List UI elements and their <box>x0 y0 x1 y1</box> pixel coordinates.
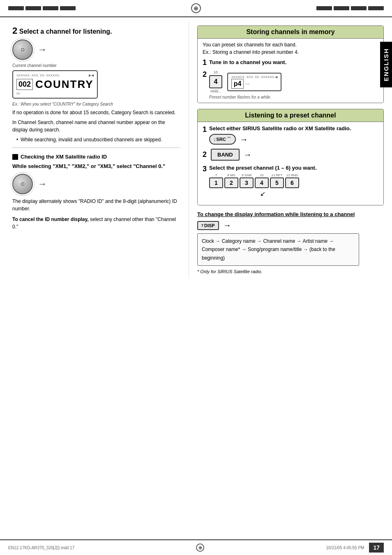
knob-dashed2 <box>11 172 35 196</box>
preset-btn-5-top: 11 RPT <box>271 173 282 177</box>
preset-btn-2-num[interactable]: 2 <box>224 177 238 188</box>
xm-heading: Checking the XM Satellite radio ID <box>12 154 180 160</box>
src-bracket: ⌒ <box>227 136 231 142</box>
arrow-right-icon2: → <box>38 179 47 189</box>
xm-bold2: To cancel the ID number display, <box>12 216 89 222</box>
knob-diagram2: → <box>12 174 180 194</box>
left-blocks <box>8 6 76 10</box>
strip-block <box>8 6 24 10</box>
preset-btn-6-num[interactable]: 6 <box>285 177 299 188</box>
strip-block <box>25 6 41 10</box>
preset-display-top: XXXXXX. XXX. XX. XXXXXX. ◀ <box>231 75 277 79</box>
info2: In Channel Search, channel name and chan… <box>12 119 180 134</box>
storing-section: Storing channels in memory You can prese… <box>197 25 384 103</box>
disp-arrow-icon: → <box>223 221 231 230</box>
src-colon: : <box>214 137 215 142</box>
preset-display-icon: ◀ <box>275 75 277 79</box>
preset-btn-2-top: 8 MO <box>227 173 235 177</box>
listening-step2-num: 2 <box>203 150 207 159</box>
preset-buttons-arrow: ↙ <box>209 190 317 198</box>
black-square-icon <box>12 154 18 160</box>
storing-content: You can preset six channels for each ban… <box>198 39 383 103</box>
strip-block <box>316 6 332 10</box>
display-bottom-text: //// <box>16 92 20 95</box>
preset-btn-4-num[interactable]: 4 <box>255 177 269 188</box>
step2-number: 2 <box>12 25 17 36</box>
disp-button[interactable]: 7 DISP <box>197 221 219 230</box>
xm-bold-text: While selecting "XM1," "XM2," or "XM3," … <box>12 162 180 170</box>
listening-step3-num: 3 <box>203 165 207 173</box>
bullet1: • While searching, invalid and unsubscri… <box>16 136 180 143</box>
channel-name-display: COUNTRY <box>35 78 94 91</box>
display-sequence-box: Clock → Category name → Channel name → A… <box>197 233 359 266</box>
listening-content: 1 Select either SIRIUS Satellite radio o… <box>198 122 383 205</box>
listening-step2-row: 2 BAND → <box>203 149 378 161</box>
src-button[interactable]: : SRC ⌒ <box>209 134 236 145</box>
display-unit: XXXXXX. XXX. XX. XXXXXX. ▶◀ 002 COUNTRY … <box>12 70 98 99</box>
preset-dashes: –– <box>245 81 250 86</box>
preset-display-freq: XXXXXX. XXX. XX. XXXXXX. <box>231 75 275 79</box>
channel-number-display: 002 <box>16 79 33 90</box>
listening-step3-content: Select the preset channel (1 – 6) you wa… <box>209 165 317 198</box>
listening-step3-row: 3 Select the preset channel (1 – 6) you … <box>203 165 378 198</box>
preset-btn-1[interactable]: 7 1 <box>209 173 223 188</box>
storing-controls: 10 4 Hold... XXXXXX. XXX. XX. XXXXXX. ◀ <box>209 70 281 93</box>
storing-step2-num: 2 <box>203 70 207 79</box>
xm-info1: The display alternately shows "RADIO ID"… <box>12 198 180 212</box>
storing-step2-row: 2 10 4 Hold... XXX <box>203 70 378 99</box>
preset-display-main: p4 –– <box>231 79 277 89</box>
listening-step1-row: 1 Select either SIRIUS Satellite radio o… <box>203 125 378 145</box>
src-arrow-icon: → <box>240 135 248 144</box>
arrow-right-icon: → <box>38 44 47 55</box>
preset-btn-2[interactable]: 8 MO 2 <box>224 173 238 188</box>
preset-btn-6[interactable]: 12 RND 6 <box>285 173 299 188</box>
preset-btn-4[interactable]: 10 4 <box>255 173 269 188</box>
hold-label: Hold... <box>210 89 221 93</box>
display-sequence-text: Clock → Category name → Channel name → A… <box>202 237 355 262</box>
strip-block <box>351 6 367 10</box>
src-label: SRC <box>216 137 226 142</box>
bullet-dot: • <box>16 136 18 143</box>
info1: If no operation is done for about 15 sec… <box>12 109 180 116</box>
bottom-circle: ⊕ <box>74 543 326 552</box>
disp-num: 7 <box>201 223 203 228</box>
preset-display: XXXXXX. XXX. XX. XXXXXX. ◀ p4 –– <box>227 73 281 91</box>
preset-btn-1-num[interactable]: 1 <box>209 177 223 188</box>
storing-step1-text: Tune in to a channel you want. <box>209 58 286 65</box>
date-info: 10/21/05 4:45:55 PM <box>326 546 364 550</box>
display-freq-info: XXXXXX. XXX. XX. XXXXXX. <box>16 74 60 77</box>
step2-label: Select a channel for listening. <box>19 28 112 35</box>
src-row: : SRC ⌒ → <box>209 134 351 145</box>
preset-btn-5[interactable]: 11 RPT 5 <box>270 173 284 188</box>
left-column: 2 Select a channel for listening. → Curr… <box>0 21 189 278</box>
preset-btn-3-num[interactable]: 3 <box>240 177 254 188</box>
preset-btn-1-top: 7 <box>215 173 217 177</box>
bottom-crosshair-icon: ⊕ <box>196 543 204 552</box>
num4-button: 4 <box>209 75 222 88</box>
preset-flashes-note: Preset number flashes for a while. <box>209 95 281 99</box>
knob-device <box>12 39 33 60</box>
preset-btn-5-num[interactable]: 5 <box>270 177 284 188</box>
preset-btn-4-top: 10 <box>260 173 264 177</box>
strip-block <box>334 6 349 10</box>
preset-buttons-row: 7 1 8 MO 2 9 SSM 3 <box>209 173 317 188</box>
display-main-row: 002 COUNTRY <box>16 78 94 91</box>
listening-step3-text: Select the preset channel (1 – 6) you wa… <box>209 165 317 171</box>
display-top-info: XXXXXX. XXX. XX. XXXXXX. ▶◀ <box>16 74 94 77</box>
listening-title: Listening to a preset channel <box>198 109 383 122</box>
top-strip: ⊕ <box>0 0 392 17</box>
footnote: * Only for SIRIUS Satellite radio. <box>197 269 359 274</box>
divider1 <box>12 147 180 148</box>
bottom-bar: EN12-17KD-AR370_320[J]2.indd 17 ⊕ 10/21/… <box>0 539 392 555</box>
listening-step1-content: Select either SIRIUS Satellite radio or … <box>209 125 351 145</box>
english-label: ENGLISH <box>380 42 392 88</box>
page-number: 17 <box>369 543 384 553</box>
knob-dashed <box>11 38 35 62</box>
preset-btn-3[interactable]: 9 SSM 3 <box>240 173 254 188</box>
file-info: EN12-17KD-AR370_320[J]2.indd 17 <box>8 546 74 550</box>
band-button[interactable]: BAND <box>211 149 240 161</box>
listening-section: Listening to a preset channel 1 Select e… <box>197 109 384 205</box>
xm-cancel-text: To cancel the ID number display, select … <box>12 216 180 230</box>
xm-section: Checking the XM Satellite radio ID While… <box>12 154 180 230</box>
crosshair-icon: ⊕ <box>191 3 201 13</box>
